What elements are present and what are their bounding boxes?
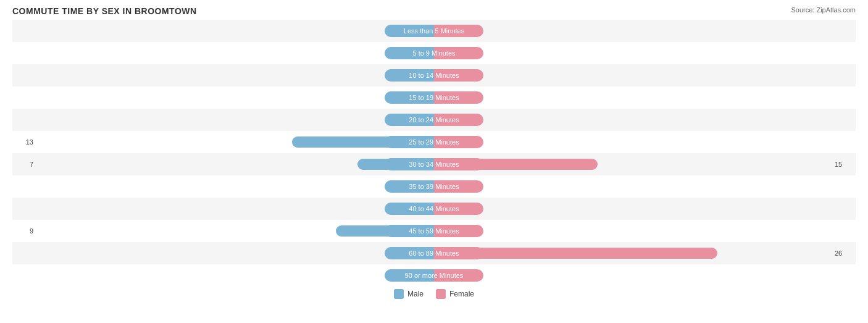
male-bar-side xyxy=(37,113,434,127)
center-label-wrapper: 90 or more Minutes xyxy=(385,269,483,282)
row-label: 5 to 9 Minutes xyxy=(385,47,483,59)
male-bar-side xyxy=(37,91,434,104)
row-label: 35 to 39 Minutes xyxy=(385,180,483,193)
chart-row: 60 to 89 Minutes 26 xyxy=(12,242,856,264)
bars-area: 90 or more Minutes xyxy=(37,264,831,287)
chart-row: 10 to 14 Minutes xyxy=(12,64,856,86)
female-bar-side xyxy=(434,24,831,38)
bars-area: 15 to 19 Minutes xyxy=(37,86,831,109)
center-label-wrapper: 30 to 34 Minutes xyxy=(385,157,483,171)
chart-row: 9 45 to 59 Minutes xyxy=(12,220,856,242)
center-label-wrapper: 15 to 19 Minutes xyxy=(385,91,483,104)
male-bar-side xyxy=(37,269,434,282)
male-swatch xyxy=(394,289,404,299)
male-bar-side xyxy=(37,24,434,38)
male-bar-side xyxy=(37,69,434,82)
left-value: 13 xyxy=(12,138,37,146)
row-label: 20 to 24 Minutes xyxy=(385,114,483,126)
chart-row: 20 to 24 Minutes xyxy=(12,109,856,131)
center-label-wrapper: 35 to 39 Minutes xyxy=(385,180,483,193)
female-label: Female xyxy=(449,290,474,298)
row-label: 40 to 44 Minutes xyxy=(385,203,483,215)
row-label: 25 to 29 Minutes xyxy=(385,136,483,148)
female-bar-side xyxy=(434,246,831,260)
center-label-wrapper: Less than 5 Minutes xyxy=(385,24,483,38)
female-bar-side xyxy=(434,202,831,216)
bars-area: 10 to 14 Minutes xyxy=(37,64,831,86)
left-value: 9 xyxy=(12,227,37,235)
legend: Male Female xyxy=(12,289,856,299)
chart-row: 7 30 to 34 Minutes 15 xyxy=(12,153,856,175)
row-label: 10 to 14 Minutes xyxy=(385,69,483,82)
chart-area: Less than 5 Minutes 5 to 9 Minutes xyxy=(12,20,856,278)
legend-male: Male xyxy=(394,289,424,299)
chart-container: COMMUTE TIME BY SEX IN BROOMTOWN Source:… xyxy=(0,0,868,323)
row-label: Less than 5 Minutes xyxy=(385,25,483,37)
male-label: Male xyxy=(407,290,424,298)
center-label-wrapper: 5 to 9 Minutes xyxy=(385,46,483,60)
source-label: Source: ZipAtlas.com xyxy=(791,6,856,14)
row-label: 15 to 19 Minutes xyxy=(385,91,483,104)
female-bar-side xyxy=(434,180,831,193)
male-bar-side xyxy=(37,202,434,216)
center-label-wrapper: 45 to 59 Minutes xyxy=(385,224,483,238)
chart-row: 90 or more Minutes xyxy=(12,264,856,287)
male-bar-side xyxy=(37,46,434,60)
female-bar-side xyxy=(434,269,831,282)
bars-area: 5 to 9 Minutes xyxy=(37,42,831,64)
bars-area: 40 to 44 Minutes xyxy=(37,198,831,220)
female-bar-side xyxy=(434,91,831,104)
bars-area: 45 to 59 Minutes xyxy=(37,220,831,242)
chart-row: 5 to 9 Minutes xyxy=(12,42,856,64)
female-bar-side xyxy=(434,135,831,149)
female-bar-side xyxy=(434,224,831,238)
male-bar-side xyxy=(37,180,434,193)
bars-area: 25 to 29 Minutes xyxy=(37,131,831,153)
bars-area: 30 to 34 Minutes xyxy=(37,153,831,175)
female-bar-side xyxy=(434,157,831,171)
bars-area: 60 to 89 Minutes xyxy=(37,242,831,264)
bars-area: 35 to 39 Minutes xyxy=(37,175,831,198)
center-label-wrapper: 20 to 24 Minutes xyxy=(385,113,483,127)
female-bar-side xyxy=(434,69,831,82)
male-bar-side xyxy=(37,224,434,238)
female-bar-side xyxy=(434,113,831,127)
row-label: 90 or more Minutes xyxy=(385,269,483,282)
left-value: 7 xyxy=(12,161,37,168)
chart-row: 13 25 to 29 Minutes xyxy=(12,131,856,153)
chart-row: Less than 5 Minutes xyxy=(12,20,856,42)
center-label-wrapper: 60 to 89 Minutes xyxy=(385,246,483,260)
center-label-wrapper: 40 to 44 Minutes xyxy=(385,202,483,216)
female-bar-side xyxy=(434,46,831,60)
right-value: 26 xyxy=(831,250,856,257)
row-label: 30 to 34 Minutes xyxy=(385,158,483,170)
male-bar-side xyxy=(37,135,434,149)
female-swatch xyxy=(436,289,446,299)
male-bar-side xyxy=(37,246,434,260)
bars-area: Less than 5 Minutes xyxy=(37,20,831,42)
chart-title: COMMUTE TIME BY SEX IN BROOMTOWN xyxy=(12,6,856,16)
center-label-wrapper: 10 to 14 Minutes xyxy=(385,69,483,82)
chart-row: 35 to 39 Minutes xyxy=(12,175,856,198)
male-bar-side xyxy=(37,157,434,171)
right-value: 15 xyxy=(831,161,856,168)
legend-female: Female xyxy=(436,289,474,299)
row-label: 45 to 59 Minutes xyxy=(385,225,483,237)
chart-row: 15 to 19 Minutes xyxy=(12,86,856,109)
bars-area: 20 to 24 Minutes xyxy=(37,109,831,131)
center-label-wrapper: 25 to 29 Minutes xyxy=(385,135,483,149)
chart-row: 40 to 44 Minutes xyxy=(12,198,856,220)
row-label: 60 to 89 Minutes xyxy=(385,247,483,259)
